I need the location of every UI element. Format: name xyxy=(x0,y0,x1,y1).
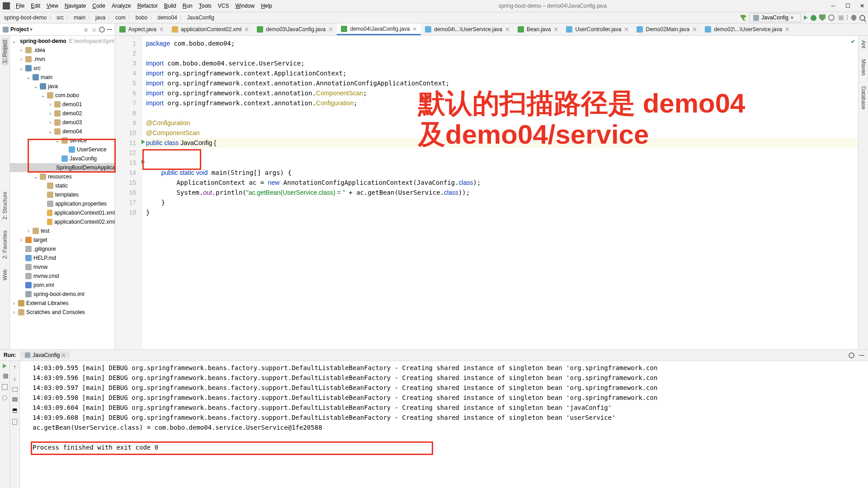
editor-tabs-row: Project ▾ ⊕ ⇲ — Aspect.javaapplicationCo… xyxy=(0,23,868,36)
hide-icon[interactable]: — xyxy=(859,352,864,358)
menu-window[interactable]: Window xyxy=(232,1,258,10)
editor-tab[interactable]: UserController.java xyxy=(562,23,632,35)
rail-database[interactable]: Database xyxy=(860,84,867,111)
left-tool-rail: 1: Project 2: Structure 2: Favorites Web xyxy=(0,36,10,349)
run-tab[interactable]: JavaConfig xyxy=(20,351,70,359)
menu-code[interactable]: Code xyxy=(89,1,108,10)
project-panel-header[interactable]: Project ▾ ⊕ ⇲ — xyxy=(0,23,115,35)
editor-tab[interactable]: Bean.java xyxy=(514,23,562,35)
layout-icon[interactable] xyxy=(2,384,8,390)
menu-navigate[interactable]: Navigate xyxy=(61,1,89,10)
menu-tools[interactable]: Tools xyxy=(196,1,215,10)
more-icon[interactable] xyxy=(846,15,848,20)
editor-tab[interactable]: Aspect.java xyxy=(115,23,168,35)
file-type-icon xyxy=(637,26,643,33)
navigation-bar: spring-boot-demo〉src〉main〉java〉com〉bobo〉… xyxy=(0,12,868,23)
breadcrumb[interactable]: src xyxy=(55,14,65,21)
close-icon[interactable] xyxy=(786,28,789,31)
build-icon[interactable] xyxy=(741,15,746,21)
breadcrumb[interactable]: spring-boot-demo xyxy=(3,14,48,21)
rerun-icon[interactable] xyxy=(3,364,7,368)
rail-project[interactable]: 1: Project xyxy=(2,38,8,65)
stop-icon[interactable] xyxy=(839,15,844,20)
minimize-icon[interactable]: ─ xyxy=(830,3,836,9)
menu-file[interactable]: File xyxy=(13,1,28,10)
editor-tab[interactable]: demo04\JavaConfig.java xyxy=(337,23,421,35)
file-type-icon xyxy=(172,26,178,33)
breadcrumb[interactable]: main xyxy=(72,14,87,21)
close-icon[interactable] xyxy=(160,28,164,31)
menu-help[interactable]: Help xyxy=(258,1,275,10)
code-area[interactable]: package com.bobo.demo04; import com.bobo… xyxy=(142,36,858,349)
project-tree[interactable]: ⌄spring-boot-demoE:\workspace\SpringClou… xyxy=(10,36,115,349)
hide-icon[interactable]: — xyxy=(107,26,112,33)
close-icon[interactable]: ✕ xyxy=(859,3,865,9)
rail-maven[interactable]: Maven xyxy=(860,57,867,77)
pin-icon[interactable] xyxy=(2,395,7,400)
up-icon[interactable]: ↑ xyxy=(14,364,16,370)
collapse-all-icon[interactable]: ⇲ xyxy=(91,27,97,33)
debug-icon[interactable] xyxy=(811,15,816,21)
breadcrumb[interactable]: java xyxy=(94,14,107,21)
maximize-icon[interactable]: ☐ xyxy=(844,3,851,9)
breadcrumb[interactable]: com xyxy=(114,14,127,21)
stop-icon[interactable] xyxy=(3,374,8,379)
search-everywhere-icon[interactable] xyxy=(859,15,865,21)
profile-icon[interactable] xyxy=(828,14,835,21)
close-icon[interactable] xyxy=(506,28,509,31)
rail-structure[interactable]: 2: Structure xyxy=(2,190,8,221)
menu-run[interactable]: Run xyxy=(179,1,196,10)
wrap-icon[interactable] xyxy=(12,387,18,392)
menu-refactor[interactable]: Refactor xyxy=(134,1,161,10)
java-icon xyxy=(25,352,30,358)
gutter: 123456789 10 1112 131415161718 xyxy=(115,36,142,349)
inspection-ok-icon: ✔ xyxy=(851,38,855,45)
editor-tab[interactable]: applicationContext02.xml xyxy=(168,23,253,35)
editor-tab[interactable]: demo04\...\UserService.java xyxy=(421,23,514,35)
close-icon[interactable] xyxy=(413,27,417,31)
git-icon[interactable] xyxy=(851,15,857,21)
code-editor[interactable]: 123456789 10 1112 131415161718 package c… xyxy=(115,36,858,349)
menu-analyze[interactable]: Analyze xyxy=(108,1,134,10)
rail-web[interactable]: Web xyxy=(2,267,8,282)
scroll-icon[interactable]: ⬒ xyxy=(12,407,17,413)
close-icon[interactable] xyxy=(245,28,249,31)
breadcrumb[interactable]: demo04 xyxy=(156,14,178,21)
project-icon xyxy=(3,27,9,33)
editor-tab[interactable]: demo03\JavaConfig.java xyxy=(253,23,337,35)
app-logo-icon xyxy=(3,2,10,9)
close-icon[interactable] xyxy=(554,28,558,31)
file-type-icon xyxy=(566,26,572,33)
menu-build[interactable]: Build xyxy=(161,1,179,10)
close-icon[interactable] xyxy=(329,28,333,31)
down-icon[interactable]: ↓ xyxy=(14,375,16,382)
close-icon[interactable] xyxy=(625,28,628,31)
run-side-toolbar xyxy=(0,361,10,488)
file-type-icon xyxy=(425,26,431,33)
run-panel-title: Run: xyxy=(4,352,16,358)
select-opened-icon[interactable]: ⊕ xyxy=(84,27,90,33)
coverage-icon[interactable] xyxy=(819,14,826,21)
console-output[interactable]: 14:03:09.595 [main] DEBUG org.springfram… xyxy=(20,361,868,488)
settings-icon[interactable] xyxy=(849,352,854,358)
close-icon[interactable] xyxy=(693,28,697,31)
print-icon[interactable] xyxy=(12,397,18,402)
rail-ant[interactable]: Ant xyxy=(860,38,867,50)
run-icon[interactable] xyxy=(804,15,808,20)
close-icon[interactable] xyxy=(62,353,66,357)
rail-favorites[interactable]: 2: Favorites xyxy=(2,229,8,261)
menubar: FileEditViewNavigateCodeAnalyzeRefactorB… xyxy=(0,0,868,12)
menu-view[interactable]: View xyxy=(43,1,61,10)
breadcrumb[interactable]: bobo xyxy=(134,14,149,21)
settings-icon[interactable] xyxy=(99,27,105,33)
file-type-icon xyxy=(257,26,263,33)
editor-tab[interactable]: Demo02Main.java xyxy=(632,23,701,35)
file-type-icon xyxy=(341,26,347,32)
delete-icon[interactable] xyxy=(12,419,17,425)
run-side-toolbar-2: ↑ ↓ ⬒ xyxy=(10,361,20,488)
menu-vcs[interactable]: VCS xyxy=(215,1,232,10)
breadcrumb[interactable]: JavaConfig xyxy=(186,14,216,21)
editor-tab[interactable]: demo02\...\UserService.java xyxy=(701,23,793,35)
menu-edit[interactable]: Edit xyxy=(28,1,43,10)
run-config-selector[interactable]: JavaConfig▾ xyxy=(749,13,801,22)
